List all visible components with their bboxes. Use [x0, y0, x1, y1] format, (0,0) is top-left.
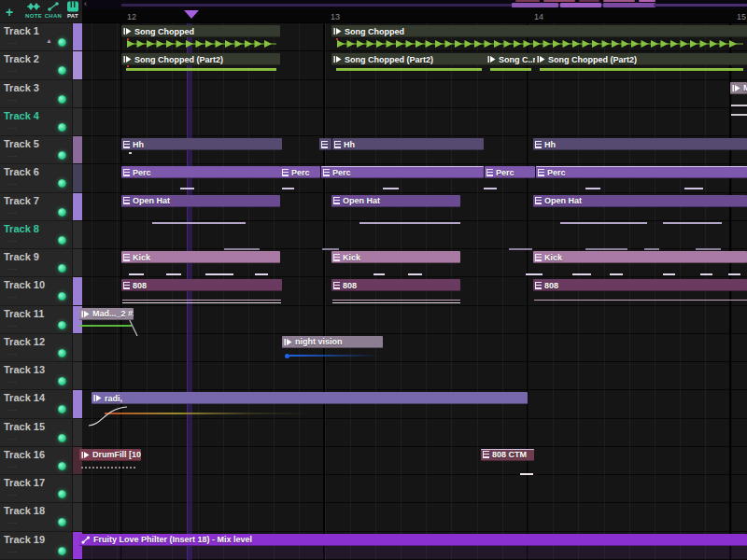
track-name[interactable]: Track 11 — [4, 308, 44, 319]
track-row[interactable]: Track 8... — [0, 221, 73, 249]
track-name[interactable]: Track 5 — [4, 138, 39, 149]
playlist-clip[interactable]: Hh — [533, 138, 747, 150]
playlist-clip[interactable] — [319, 138, 331, 150]
track-arrow-icon[interactable]: ▲ — [46, 37, 52, 44]
track-name[interactable]: Track 1 — [4, 25, 39, 36]
playlist-clip[interactable]: Mad..._2 #2 — [79, 308, 134, 320]
playlist-clip[interactable]: Hh — [332, 138, 484, 150]
track-name[interactable]: Track 10 — [4, 279, 45, 290]
track-name[interactable]: Track 13 — [4, 364, 45, 375]
playlist-clip[interactable]: Kick — [533, 251, 747, 263]
track-row[interactable]: Track 18... — [0, 503, 73, 531]
track-name[interactable]: Track 4 — [4, 110, 39, 121]
track-name[interactable]: Track 18 — [4, 505, 45, 516]
track-color-strip[interactable] — [73, 362, 82, 390]
playlist-clip[interactable]: night vision — [282, 336, 383, 348]
track-row[interactable]: Track 14... — [0, 390, 73, 418]
track-mute-led[interactable] — [58, 321, 66, 329]
track-name[interactable]: Track 9 — [4, 251, 39, 262]
track-mute-led[interactable] — [58, 490, 66, 498]
tab-pat[interactable]: PAT — [63, 1, 83, 22]
playlist-clip[interactable]: Song C..rt2) — [486, 53, 535, 65]
tab-chan[interactable]: CHAN — [43, 1, 63, 22]
playlist-clip[interactable]: Perc — [280, 166, 320, 178]
track-name[interactable]: Track 14 — [4, 392, 45, 403]
track-color-strip[interactable] — [73, 193, 82, 221]
playlist-clip[interactable]: Perc — [536, 166, 747, 178]
playlist-clip[interactable]: Song Chopped — [331, 25, 747, 37]
track-color-strip[interactable] — [73, 334, 82, 362]
track-mute-led[interactable] — [58, 151, 66, 160]
tab-note[interactable]: NOTE — [23, 1, 44, 22]
track-mute-led[interactable] — [58, 377, 66, 385]
track-name[interactable]: Track 16 — [4, 449, 45, 460]
track-mute-led[interactable] — [58, 518, 66, 526]
track-row[interactable]: Track 3... — [0, 80, 73, 108]
track-color-strip[interactable] — [73, 23, 82, 51]
track-row[interactable]: Track 9... — [0, 249, 73, 277]
playlist-clip[interactable]: DrumFill [10] — [79, 449, 141, 461]
playlist-clip[interactable]: Kick — [121, 251, 280, 263]
track-mute-led[interactable] — [58, 179, 66, 188]
playlist-clip[interactable]: Perc — [121, 166, 280, 178]
playlist-clip[interactable]: Perc — [321, 166, 484, 178]
track-mute-led[interactable] — [58, 38, 66, 47]
track-name[interactable]: Track 12 — [4, 336, 45, 347]
playlist-clip[interactable]: Kick — [331, 251, 460, 263]
track-color-strip[interactable] — [73, 221, 82, 249]
track-name[interactable]: Track 2 — [4, 53, 39, 64]
track-row[interactable]: Track 1...▲ — [0, 23, 73, 51]
track-color-strip[interactable] — [73, 80, 82, 108]
track-color-strip[interactable] — [73, 390, 82, 418]
track-row[interactable]: Track 17... — [0, 475, 73, 503]
track-name[interactable]: Track 6 — [4, 166, 39, 177]
track-color-strip[interactable] — [73, 108, 82, 136]
playlist-clip[interactable]: Hh — [121, 138, 282, 150]
track-color-strip[interactable] — [73, 51, 82, 79]
track-color-strip[interactable] — [73, 249, 82, 277]
playlist-clip[interactable]: Song Chopped (Part2) — [331, 53, 486, 65]
track-name[interactable]: Track 3 — [4, 82, 39, 93]
playlist-clip[interactable]: 808 — [533, 279, 747, 291]
scroll-overview[interactable]: ‹ — [82, 0, 747, 9]
track-mute-led[interactable] — [58, 95, 66, 104]
track-color-strip[interactable] — [73, 136, 82, 164]
track-color-strip[interactable] — [73, 277, 82, 305]
track-mute-led[interactable] — [58, 123, 66, 132]
track-row[interactable]: Track 15... — [0, 419, 73, 447]
playlist-grid[interactable]: Song ChoppedSong ChoppedSong Chopped (Pa… — [82, 23, 747, 560]
track-mute-led[interactable] — [58, 547, 66, 555]
track-mute-led[interactable] — [58, 264, 66, 273]
playlist-clip[interactable]: M — [730, 82, 747, 94]
playlist-clip[interactable]: Fruity Love Philter (Insert 18) - Mix le… — [79, 534, 747, 546]
playlist-clip[interactable]: Song Chopped — [121, 25, 280, 37]
track-mute-led[interactable] — [58, 208, 66, 217]
track-mute-led[interactable] — [58, 349, 66, 357]
playlist-clip[interactable]: Song Chopped (Part2) — [535, 53, 747, 65]
playlist-clip[interactable]: Open Hat — [533, 195, 747, 207]
track-name[interactable]: Track 19 — [4, 534, 45, 545]
track-name[interactable]: Track 8 — [4, 223, 39, 234]
track-mute-led[interactable] — [58, 236, 66, 245]
track-row[interactable]: Track 19... — [0, 532, 73, 560]
playlist-clip[interactable]: Song Chopped (Part2) — [121, 53, 280, 65]
track-name[interactable]: Track 17 — [4, 477, 45, 488]
track-row[interactable]: Track 7... — [0, 193, 73, 221]
track-row[interactable]: Track 13... — [0, 362, 73, 390]
track-row[interactable]: Track 16... — [0, 447, 73, 475]
track-name[interactable]: Track 15 — [4, 421, 45, 432]
track-row[interactable]: Track 2... — [0, 51, 73, 79]
playlist-clip[interactable]: 808 CTM — [481, 449, 534, 461]
track-row[interactable]: Track 4... — [0, 108, 73, 136]
track-row[interactable]: Track 12... — [0, 334, 73, 362]
track-row[interactable]: Track 11... — [0, 306, 73, 334]
playlist-clip[interactable]: 808 — [331, 279, 460, 291]
track-name[interactable]: Track 7 — [4, 195, 39, 206]
playlist-clip[interactable]: Perc — [485, 166, 535, 178]
playlist-clip[interactable]: 808 — [121, 279, 282, 291]
playlist-clip[interactable]: Open Hat — [121, 195, 280, 207]
add-track-button[interactable]: + — [3, 6, 16, 19]
track-mute-led[interactable] — [58, 434, 66, 442]
back-chevron-icon[interactable]: ‹ — [84, 0, 87, 8]
playlist-clip[interactable]: Open Hat — [331, 195, 460, 207]
